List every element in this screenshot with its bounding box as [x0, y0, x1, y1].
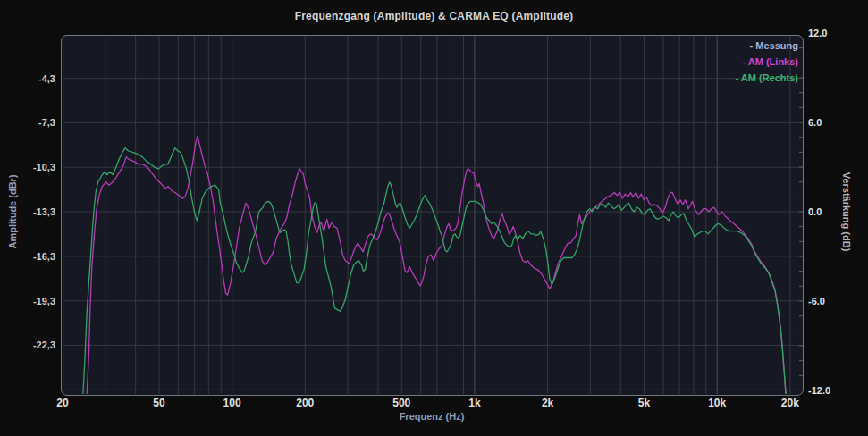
y-left-tick-label: -19,3: [0, 296, 55, 306]
x-tick-label: 50: [153, 397, 164, 409]
x-tick-label: 20k: [781, 397, 799, 409]
x-tick-label: 5k: [638, 397, 650, 409]
x-tick-label: 2k: [542, 397, 553, 409]
y-left-tick-label: -13,3: [0, 206, 55, 217]
plot-canvas: [63, 36, 803, 394]
y-left-tick-label: -4,3: [0, 73, 55, 84]
y-right-tick-label: -6.0: [808, 296, 825, 306]
y-left-tick-label: -22,3: [0, 340, 55, 350]
curve-am-links: [87, 136, 786, 394]
x-axis-title: Frequenz (Hz): [400, 411, 465, 422]
app-window: Frequenzgang (Amplitude) & CARMA EQ (Amp…: [0, 0, 868, 436]
y-right-tick-label: 6.0: [808, 117, 822, 128]
y-axis-right-title: Verstärkung (dB): [841, 172, 852, 252]
x-tick-label: 500: [392, 397, 410, 409]
x-tick-label: 1k: [468, 397, 480, 409]
legend-item: - AM (Links): [736, 54, 798, 70]
y-right-tick-label: 0.0: [808, 206, 822, 217]
legend-item: - AM (Rechts): [736, 70, 798, 86]
y-left-tick-label: -7,3: [0, 117, 55, 128]
chart-title: Frequenzgang (Amplitude) & CARMA EQ (Amp…: [0, 10, 868, 22]
x-tick-label: 10k: [708, 397, 726, 409]
y-right-tick-label: -12.0: [808, 385, 830, 396]
y-right-tick-label: 12.0: [808, 28, 827, 38]
x-tick-label: 20: [56, 397, 68, 409]
x-tick-label: 100: [223, 397, 241, 409]
legend: - Messung- AM (Links)- AM (Rechts): [736, 38, 798, 86]
y-left-tick-label: -16,3: [0, 251, 55, 262]
y-left-tick-label: -10,3: [0, 162, 55, 172]
legend-item: - Messung: [736, 38, 798, 54]
x-tick-label: 200: [296, 397, 314, 409]
